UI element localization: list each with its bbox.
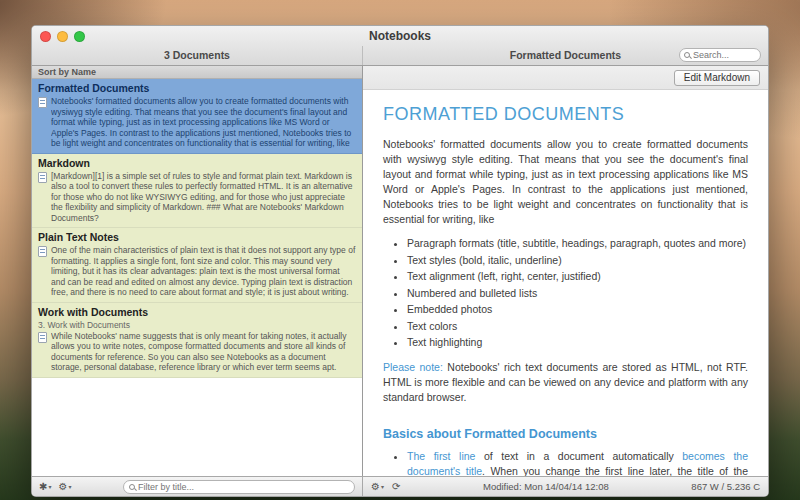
search-input[interactable] (693, 50, 756, 60)
close-button[interactable] (40, 31, 51, 42)
document-icon (38, 97, 47, 108)
chevron-down-icon: ▾ (48, 484, 51, 490)
status-bar: ✱ ▾ ⚙ ▾ ⚙ ▾ ⟳ M (32, 476, 768, 496)
bullet-item: Paragraph formats (title, subtitle, head… (407, 236, 748, 251)
titlebar[interactable]: Notebooks (32, 26, 768, 46)
document-item-excerpt: Notebooks' formatted documents allow you… (51, 96, 356, 149)
bullet-item: Text alignment (left, right, center, jus… (407, 269, 748, 284)
chevron-down-icon: ▾ (68, 484, 71, 490)
status-bar-left: ✱ ▾ ⚙ ▾ (32, 477, 363, 496)
status-bar-right: ⚙ ▾ ⟳ Modified: Mon 14/04/14 12:08 867 W… (363, 477, 768, 496)
document-item-subtitle: 3. Work with Documents (38, 320, 356, 330)
notebooks-window: Notebooks 3 Documents Formatted Document… (31, 25, 769, 497)
basics-list: The first line of text in a document aut… (383, 449, 748, 476)
document-icon (38, 172, 47, 183)
section-heading: Basics about Formatted Documents (383, 427, 748, 441)
list-item-plain-text-notes[interactable]: Plain Text Notes One of the main charact… (32, 228, 362, 303)
word-character-count: 867 W / 5.236 C (691, 481, 760, 492)
inline-link[interactable]: The first line (407, 450, 475, 462)
desktop-wallpaper: Notebooks 3 Documents Formatted Document… (0, 0, 800, 500)
document-list-pane: Sort by Name Formatted Documents Noteboo… (32, 66, 363, 476)
bullet-item: Numbered and bulleted lists (407, 286, 748, 301)
document-item-title: Markdown (38, 157, 356, 169)
sort-header[interactable]: Sort by Name (32, 66, 362, 79)
document-icon (38, 332, 47, 343)
feature-list: Paragraph formats (title, subtitle, head… (383, 236, 748, 350)
document-heading: FORMATTED DOCUMENTS (383, 104, 748, 125)
gear-icon: ⚙ (58, 482, 67, 492)
chevron-down-icon: ▾ (381, 484, 384, 490)
search-icon (129, 484, 135, 490)
action-menu-icon: ✱ (39, 482, 47, 492)
inline-link[interactable]: Please note: (383, 361, 443, 373)
search-icon (684, 52, 690, 58)
content-toolbar: Edit Markdown (363, 66, 768, 90)
sync-button[interactable]: ⟳ (392, 482, 400, 492)
list-item-work-with-documents[interactable]: Work with Documents 3. Work with Documen… (32, 303, 362, 378)
intro-paragraph: Notebooks' formatted documents allow you… (383, 137, 748, 227)
filter-field[interactable] (123, 480, 355, 494)
traffic-lights (40, 31, 85, 42)
minimize-button[interactable] (57, 31, 68, 42)
bullet-item: Text colors (407, 319, 748, 334)
list-item-markdown[interactable]: Markdown [Markdown][1] is a simple set o… (32, 154, 362, 229)
action-menu-button[interactable]: ✱ ▾ (39, 482, 51, 492)
document-content-pane: Edit Markdown FORMATTED DOCUMENTS Notebo… (363, 66, 768, 476)
sync-icon: ⟳ (392, 482, 400, 492)
document-item-title: Formatted Documents (38, 82, 356, 94)
modified-timestamp: Modified: Mon 14/04/14 12:08 (408, 481, 683, 492)
edit-markdown-button[interactable]: Edit Markdown (674, 70, 760, 86)
bullet-item: Text highlighting (407, 335, 748, 350)
document-item-excerpt: One of the main characteristics of plain… (51, 245, 356, 298)
bullet-item: Text styles (bold, italic, underline) (407, 253, 748, 268)
window-title: Notebooks (32, 26, 768, 46)
bullet-item: Embedded photos (407, 302, 748, 317)
left-pane-title: 3 Documents (32, 46, 363, 65)
note-paragraph: Please note: Notebooks' rich text docume… (383, 360, 748, 405)
pane-headers: 3 Documents Formatted Documents (32, 46, 768, 65)
document-item-excerpt: While Notebooks' name suggests that is o… (51, 331, 356, 373)
document-item-excerpt: [Markdown][1] is a simple set of rules t… (51, 171, 356, 224)
bullet-item: The first line of text in a document aut… (407, 449, 748, 476)
right-pane-title: Formatted Documents (510, 49, 621, 61)
search-field[interactable] (679, 48, 761, 62)
main-area: Sort by Name Formatted Documents Noteboo… (32, 66, 768, 476)
document-item-title: Work with Documents (38, 306, 356, 318)
text-segment: of text in a document automatically (475, 450, 682, 462)
filter-input[interactable] (138, 482, 349, 492)
right-pane-header: Formatted Documents (363, 46, 768, 65)
document-settings-button[interactable]: ⚙ ▾ (371, 482, 384, 492)
list-item-formatted-documents[interactable]: Formatted Documents Notebooks' formatted… (32, 79, 362, 154)
zoom-button[interactable] (74, 31, 85, 42)
gear-icon: ⚙ (371, 482, 380, 492)
document-icon (38, 246, 47, 257)
list-settings-button[interactable]: ⚙ ▾ (58, 482, 71, 492)
document-item-title: Plain Text Notes (38, 231, 356, 243)
document-content: FORMATTED DOCUMENTS Notebooks' formatted… (363, 90, 768, 476)
window-chrome: Notebooks 3 Documents Formatted Document… (32, 26, 768, 66)
